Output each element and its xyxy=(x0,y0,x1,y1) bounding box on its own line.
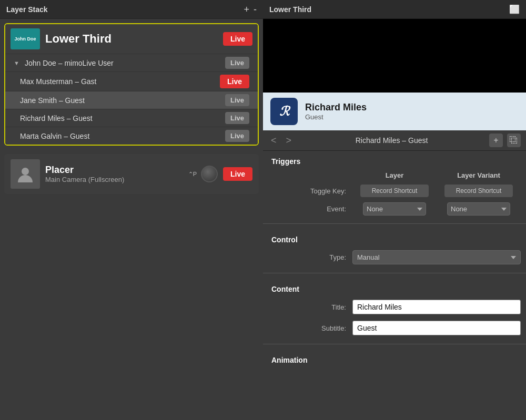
event-layer-select[interactable]: None On Air Off Air xyxy=(363,202,426,216)
profile-role: Guest xyxy=(305,113,367,121)
content-area: Triggers Layer Layer Variant Toggle Key:… xyxy=(263,151,526,420)
triggers-section-label: Triggers xyxy=(263,151,526,169)
add-layer-button[interactable]: + xyxy=(244,5,249,14)
right-panel: Lower Third ⬜ ℛ Richard Miles Guest < > … xyxy=(263,0,526,420)
title-input[interactable] xyxy=(352,300,521,314)
subtitle-value xyxy=(352,321,521,335)
variant-name: Marta Galvin – Guest xyxy=(20,132,222,140)
lower-third-card: John Doe Lower Third Live ▼ John Doe – m… xyxy=(4,23,259,146)
subtitle-row: Subtitle: xyxy=(263,317,526,339)
variant-live-button[interactable]: Live xyxy=(225,57,249,69)
triggers-variant-col-header: Layer Variant xyxy=(437,171,521,179)
variant-live-button[interactable]: Live xyxy=(225,130,249,142)
triggers-header-row: Layer Layer Variant xyxy=(268,169,521,182)
right-panel-title: Lower Third xyxy=(269,5,311,14)
record-shortcut-variant-button[interactable]: Record Shortcut xyxy=(444,185,513,197)
svg-point-0 xyxy=(22,168,29,175)
shortcut-label: ⌃P xyxy=(188,171,197,178)
lower-third-thumbnail: John Doe xyxy=(11,28,40,49)
subtitle-input[interactable] xyxy=(352,321,521,335)
placer-info: Placer Main Camera (Fullscreen) xyxy=(45,165,183,183)
profile-section: ℛ Richard Miles Guest xyxy=(263,93,526,130)
placer-card[interactable]: Placer Main Camera (Fullscreen) ⌃P Live xyxy=(4,154,259,194)
title-row: Title: xyxy=(263,296,526,317)
nav-next-button[interactable]: > xyxy=(284,134,295,147)
title-label: Title: xyxy=(268,303,352,311)
layer-stack-header: Layer Stack + - xyxy=(0,0,263,19)
thumbnail-text: John Doe xyxy=(14,36,36,42)
divider-1 xyxy=(263,223,526,224)
variant-live-button[interactable]: Live xyxy=(225,94,249,106)
event-variant-select[interactable]: None On Air Off Air xyxy=(447,202,510,216)
list-item[interactable]: ▼ John Doe – mimoLive User Live xyxy=(5,54,258,71)
nav-prev-button[interactable]: < xyxy=(268,134,279,147)
animation-section-label: Animation xyxy=(263,350,526,367)
variant-name: Jane Smith – Guest xyxy=(20,96,222,105)
toggle-key-variant-value: Record Shortcut xyxy=(437,185,521,197)
preview-area xyxy=(263,19,526,93)
placer-controls: ⌃P xyxy=(188,166,218,182)
lower-third-live-button[interactable]: Live xyxy=(223,32,252,46)
triggers-layer-col-header: Layer xyxy=(352,171,437,179)
title-value xyxy=(352,300,521,314)
lower-third-title: Lower Third xyxy=(45,32,218,46)
variant-name: Max Musterman – Gast xyxy=(20,77,217,86)
layer-stack-actions: + - xyxy=(244,5,257,14)
layer-stack-title: Layer Stack xyxy=(6,5,48,14)
content-section-label: Content xyxy=(263,279,526,296)
variant-name: John Doe – mimoLive User xyxy=(25,59,222,67)
collapse-triangle-icon: ▼ xyxy=(14,60,19,66)
divider-3 xyxy=(263,344,526,344)
fullscreen-icon[interactable]: ⬜ xyxy=(509,4,520,14)
person-icon xyxy=(16,165,35,183)
variant-live-button[interactable]: Live xyxy=(225,112,249,124)
record-shortcut-layer-button[interactable]: Record Shortcut xyxy=(360,185,429,197)
type-value: Manual Automatic Timed xyxy=(352,250,521,264)
subtitle-label: Subtitle: xyxy=(268,324,352,332)
list-item[interactable]: Richard Miles – Guest Live xyxy=(5,109,258,127)
type-label: Type: xyxy=(268,253,352,261)
copy-variant-button[interactable]: ⿻ xyxy=(507,134,521,147)
event-layer-value: None On Air Off Air xyxy=(352,202,437,216)
remove-layer-button[interactable]: - xyxy=(254,5,257,14)
list-item[interactable]: Max Musterman – Gast Live xyxy=(5,71,258,91)
control-section-label: Control xyxy=(263,229,526,247)
avatar-initials: ℛ xyxy=(279,104,289,119)
placer-title: Placer xyxy=(45,165,183,176)
placer-subtitle: Main Camera (Fullscreen) xyxy=(45,176,183,183)
add-variant-button[interactable]: + xyxy=(489,134,503,147)
profile-name: Richard Miles xyxy=(305,102,367,113)
variants-list: ▼ John Doe – mimoLive User Live Max Must… xyxy=(5,54,258,145)
list-item[interactable]: Jane Smith – Guest Live xyxy=(5,91,258,109)
profile-info: Richard Miles Guest xyxy=(305,102,367,121)
left-panel: Layer Stack + - John Doe Lower Third Liv… xyxy=(0,0,263,420)
event-label: Event: xyxy=(268,205,352,213)
list-item[interactable]: Marta Galvin – Guest Live xyxy=(5,127,258,145)
divider-2 xyxy=(263,273,526,273)
placer-live-button[interactable]: Live xyxy=(223,167,252,181)
type-row: Type: Manual Automatic Timed xyxy=(263,247,526,268)
placer-thumbnail xyxy=(11,159,40,189)
nav-bar: < > Richard Miles – Guest + ⿻ xyxy=(263,130,526,151)
nav-current-label: Richard Miles – Guest xyxy=(298,136,485,145)
toggle-key-label: Toggle Key: xyxy=(268,187,352,195)
toggle-key-row: Toggle Key: Record Shortcut Record Short… xyxy=(268,182,521,200)
event-row: Event: None On Air Off Air None On Air O… xyxy=(268,200,521,218)
toggle-key-layer-value: Record Shortcut xyxy=(352,185,437,197)
knob-control[interactable] xyxy=(201,166,218,182)
variant-name: Richard Miles – Guest xyxy=(20,114,222,122)
type-select[interactable]: Manual Automatic Timed xyxy=(352,250,521,264)
lower-third-header: John Doe Lower Third Live xyxy=(5,24,258,54)
avatar: ℛ xyxy=(270,98,298,125)
event-variant-value: None On Air Off Air xyxy=(437,202,521,216)
variant-live-button[interactable]: Live xyxy=(220,75,249,88)
right-panel-header: Lower Third ⬜ xyxy=(263,0,526,19)
